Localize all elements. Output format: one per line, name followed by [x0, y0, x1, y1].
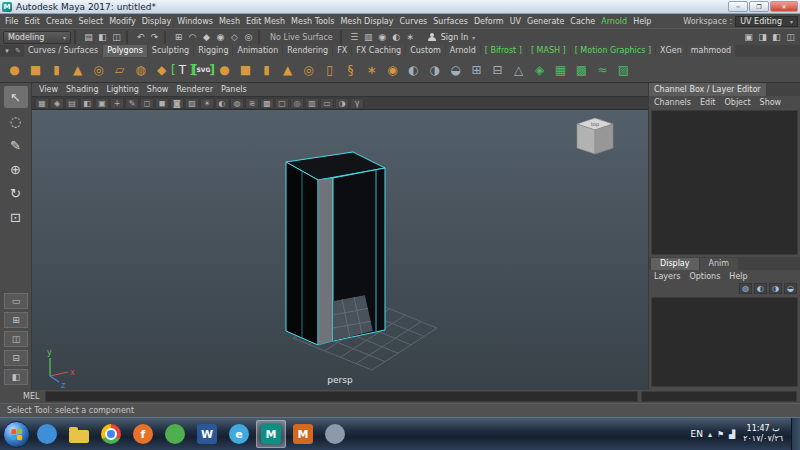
panel-menu-item[interactable]: Panels — [218, 85, 250, 94]
taskbar-word[interactable]: W — [192, 420, 222, 448]
camera-label[interactable]: persp — [32, 375, 648, 385]
menubar-item[interactable]: Display — [139, 17, 175, 26]
poly-type-icon[interactable]: T — [173, 60, 192, 80]
shelf-tab[interactable]: FX Caching — [352, 45, 405, 57]
isolate-select-icon[interactable]: ◎ — [290, 98, 304, 109]
multisample-aa-icon[interactable]: ▩ — [260, 98, 274, 109]
channel-box-menu-item[interactable]: Object — [725, 98, 751, 107]
shadows-icon[interactable]: ◐ — [215, 98, 229, 109]
sphere-project-icon[interactable]: ● — [215, 60, 234, 80]
new-layer-icon[interactable]: ◒ — [784, 283, 797, 294]
menubar-item[interactable]: Surfaces — [430, 17, 471, 26]
channel-box-icon[interactable]: ◫ — [784, 31, 797, 44]
tool-settings-icon[interactable]: ◧ — [770, 31, 783, 44]
taskbar-media-app[interactable] — [32, 420, 62, 448]
mash-grid-icon[interactable]: ▩ — [572, 60, 591, 80]
maximize-button[interactable]: ❐ — [749, 1, 769, 12]
network-icon[interactable]: ▟ — [729, 430, 735, 439]
cube-project-icon[interactable]: ■ — [236, 60, 255, 80]
textured-icon[interactable]: ▨ — [185, 98, 199, 109]
menubar-item[interactable]: Help — [630, 17, 654, 26]
layer-editor-tab[interactable]: Anim — [700, 258, 739, 270]
menubar-item[interactable]: Modify — [106, 17, 139, 26]
open-render-view-icon[interactable]: ▥ — [362, 31, 375, 44]
mel-language-toggle[interactable]: MEL — [3, 392, 42, 401]
poly-cone-icon[interactable]: ▲ — [68, 60, 87, 80]
start-button[interactable] — [3, 421, 30, 448]
shaded-icon[interactable]: ◼ — [155, 98, 169, 109]
scale-tool[interactable]: ⊡ — [4, 206, 28, 228]
snap-center-icon[interactable]: ◉ — [214, 31, 227, 44]
menubar-item[interactable]: Mesh Display — [337, 17, 396, 26]
wireframe-icon[interactable]: ◻ — [140, 98, 154, 109]
boolean-difference-icon[interactable]: ◑ — [425, 60, 444, 80]
layer-editor-menu-item[interactable]: Help — [729, 272, 747, 281]
panel-menu-item[interactable]: Lighting — [103, 85, 141, 94]
gamma-icon[interactable]: γ — [350, 98, 364, 109]
pan-zoom-icon[interactable]: + — [110, 98, 124, 109]
titlebar[interactable]: M Autodesk Maya 2017: untitled* ─❐✕ — [0, 0, 800, 14]
shelf-tab[interactable]: XGen — [656, 45, 686, 57]
smooth-icon[interactable]: △ — [509, 60, 528, 80]
panel-menu-item[interactable]: Renderer — [173, 85, 216, 94]
motion-blur-icon[interactable]: ≋ — [245, 98, 259, 109]
show-desktop-button[interactable] — [791, 418, 800, 450]
paint-select-tool[interactable]: ✎ — [4, 134, 28, 156]
camera-attributes-icon[interactable]: ▤ — [65, 98, 79, 109]
render-current-frame-icon[interactable]: ◉ — [376, 31, 389, 44]
lasso-tool[interactable]: ◌ — [4, 110, 28, 132]
menuset-dropdown[interactable]: Modeling ▾ — [3, 31, 71, 44]
shelf-tab[interactable]: [ Bifrost ] — [481, 45, 526, 57]
layer-playback-icon[interactable]: ◑ — [769, 283, 782, 294]
poly-cylinder-icon[interactable]: ▮ — [47, 60, 66, 80]
snap-curve-icon[interactable]: ◠ — [186, 31, 199, 44]
sign-in-button[interactable]: Sign In ▾ — [428, 33, 475, 42]
poly-pipe-icon[interactable]: ▯ — [320, 60, 339, 80]
menubar-item[interactable]: Arnold — [598, 17, 630, 26]
snap-grid-icon[interactable]: ⊞ — [172, 31, 185, 44]
close-button[interactable]: ✕ — [770, 1, 798, 12]
layout-four-pane[interactable]: ⊞ — [4, 312, 28, 328]
shelf-tab[interactable]: Sculpting — [148, 45, 193, 57]
poly-platonic-icon[interactable]: ◆ — [152, 60, 171, 80]
layer-visibility-icon[interactable]: ◐ — [754, 283, 767, 294]
poly-sphere-icon[interactable]: ● — [5, 60, 24, 80]
layer-editor-menu-item[interactable]: Layers — [654, 272, 680, 281]
action-center-icon[interactable]: ⚑ — [717, 430, 724, 439]
channel-box-menu-item[interactable]: Show — [760, 98, 782, 107]
shelf-tab[interactable]: FX — [333, 45, 351, 57]
workspace-select[interactable]: UV Editing ▾ — [735, 16, 798, 27]
minimize-button[interactable]: ─ — [728, 1, 748, 12]
taskbar-clock[interactable]: 11:47 ب ٢٠١٧/٠٧/٢٦ — [740, 424, 786, 444]
poly-gear-icon[interactable]: ∗ — [362, 60, 381, 80]
menubar-item[interactable]: UV — [507, 17, 524, 26]
taskbar-mudbox[interactable]: M — [288, 420, 318, 448]
shelf-tab[interactable]: Arnold — [446, 45, 480, 57]
shelf-tab[interactable]: Curves / Surfaces — [24, 45, 102, 57]
layout-single-pane[interactable]: ▭ — [4, 293, 28, 309]
torus-project-icon[interactable]: ◎ — [299, 60, 318, 80]
layer-editor-menu-item[interactable]: Options — [689, 272, 720, 281]
selected-cube-object[interactable] — [286, 152, 385, 345]
redo-icon[interactable]: ↷ — [148, 31, 161, 44]
menubar-item[interactable]: Deform — [471, 17, 507, 26]
menubar-item[interactable]: File — [2, 17, 21, 26]
poly-torus-icon[interactable]: ◎ — [89, 60, 108, 80]
poly-soccer-icon[interactable]: ◉ — [383, 60, 402, 80]
cylinder-project-icon[interactable]: ▮ — [257, 60, 276, 80]
bookmarks-icon[interactable]: ◧ — [80, 98, 94, 109]
attribute-editor-icon[interactable]: ◨ — [756, 31, 769, 44]
taskbar-chrome[interactable] — [96, 420, 126, 448]
ipr-render-icon[interactable]: ◐ — [390, 31, 403, 44]
poly-helix-icon[interactable]: § — [341, 60, 360, 80]
cone-project-icon[interactable]: ▲ — [278, 60, 297, 80]
mash-network-icon[interactable]: ◈ — [530, 60, 549, 80]
select-camera-icon[interactable]: ▦ — [35, 98, 49, 109]
taskbar-maya[interactable]: M — [256, 420, 286, 448]
poly-svg-icon[interactable]: SVG — [194, 60, 213, 80]
panel-menu-item[interactable]: View — [36, 85, 61, 94]
layer-sort-icon[interactable]: ◍ — [739, 283, 752, 294]
taskbar-firefox[interactable]: f — [128, 420, 158, 448]
viewport-3d-view[interactable]: top y x z persp — [32, 110, 648, 390]
mash-color-icon[interactable]: ▨ — [614, 60, 633, 80]
